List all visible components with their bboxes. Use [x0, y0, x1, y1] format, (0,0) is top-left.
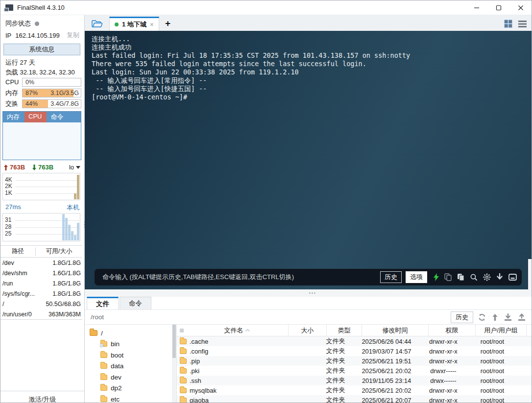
command-history-button[interactable]: 历史 — [380, 271, 402, 283]
layout-grid-icon[interactable] — [504, 20, 512, 28]
meter-row-CPU: CPU0% — [5, 77, 81, 87]
tree-item-root[interactable]: / — [90, 328, 172, 339]
file-mtime-cell: 2025/06/21 19:51 — [353, 357, 420, 365]
folder-icon — [180, 349, 187, 354]
command-input[interactable]: 命令输入 (按ALT键提示历史,TAB键路径,ESC键返回,双击CTRL切换) — [102, 273, 376, 282]
ping-host[interactable]: 本机 — [67, 203, 79, 212]
file-row[interactable]: .pki文件夹2025/06/21 20:02drwxr-----root/ro… — [177, 366, 532, 376]
tree-item-label: bin — [111, 340, 120, 348]
file-row[interactable]: .ssh文件夹2019/11/05 23:14drwx------root/ro… — [177, 376, 532, 385]
column-header-c-type[interactable]: 类型 — [327, 325, 362, 336]
disk-col-path[interactable]: 路径 — [0, 247, 36, 256]
tree-scrollbar[interactable] — [172, 325, 176, 403]
disk-row[interactable]: /dev1.8G/1.8G — [0, 258, 82, 268]
upload-arrow-icon — [3, 165, 8, 170]
folder-icon — [100, 385, 107, 391]
tree-item-boot[interactable]: boot — [90, 350, 172, 361]
tree-item-label: etc — [111, 396, 120, 403]
column-header-c-owner[interactable]: 用户/用户组 — [476, 325, 527, 336]
upload-rate: 763B — [10, 164, 25, 171]
terminal-scrollbar[interactable] — [528, 259, 532, 289]
disk-row[interactable]: /50.5G/68.8G — [0, 299, 82, 309]
tree-item-etc[interactable]: etc — [90, 394, 172, 403]
open-connections-icon[interactable] — [92, 20, 102, 28]
file-row[interactable]: .cache文件夹2025/06/26 04:44drwxr-xr-xroot/… — [177, 336, 532, 346]
file-owner-cell: root/root — [467, 387, 518, 394]
copy-ip-button[interactable]: 复制 — [67, 31, 79, 40]
interface-name: lo — [69, 164, 74, 171]
panel-splitter[interactable] — [85, 289, 532, 297]
chart-bar — [71, 231, 73, 240]
disk-row[interactable]: /run1.8G/1.8G — [0, 278, 82, 288]
session-tab-close-icon[interactable]: × — [150, 21, 154, 28]
file-perm-cell: drwxr-xr-x — [420, 387, 467, 394]
tree-item-bin[interactable]: ↗bin — [90, 339, 172, 350]
paste-icon[interactable] — [457, 273, 464, 281]
tab-files[interactable]: 文件 — [87, 297, 119, 309]
new-tab-button[interactable]: + — [165, 18, 170, 29]
file-name: .cache — [190, 338, 208, 345]
session-tab[interactable]: 1 地下城 × — [109, 17, 159, 31]
disk-row[interactable]: /run/user/0363M/363M — [0, 309, 82, 319]
disk-table-header[interactable]: 路径 可用/大小 — [0, 246, 82, 258]
file-owner-cell: root/root — [467, 338, 518, 345]
system-info-button[interactable]: 系统信息 — [3, 44, 80, 55]
tree-item-dp2[interactable]: dp2 — [90, 383, 172, 394]
folder-icon: ↗ — [100, 341, 107, 347]
process-tab-命令[interactable]: 命令 — [47, 112, 68, 122]
scroll-down-icon[interactable] — [496, 273, 503, 281]
column-header-c-perm[interactable]: 权限 — [429, 325, 476, 336]
tab-commands[interactable]: 命令 — [120, 297, 151, 309]
splitter-handle[interactable] — [309, 292, 315, 294]
tree-scrollbar-thumb[interactable] — [172, 325, 176, 358]
disk-col-size[interactable]: 可用/大小 — [36, 247, 82, 256]
file-row[interactable]: .config文件夹2019/03/07 14:57drwxr-xr-xroot… — [177, 346, 532, 356]
process-panel: 内存CPU命令 — [2, 111, 81, 160]
copy-icon[interactable] — [444, 273, 452, 281]
interface-selector[interactable]: lo — [69, 164, 80, 171]
file-row[interactable]: mysqlbak文件夹2025/06/21 20:02drwxr-xr-xroo… — [177, 385, 532, 395]
disk-row[interactable]: /dev/shm1.6G/1.8G — [0, 268, 82, 278]
column-header-c-size[interactable]: 大小 — [289, 325, 327, 336]
file-row[interactable]: qiaoba文件夹2025/06/21 20:07drwxr-xr-xroot/… — [177, 395, 532, 403]
activate-upgrade-link[interactable]: 激活/升级 — [0, 391, 84, 403]
command-options-button[interactable]: 选项 — [406, 271, 427, 283]
file-row[interactable]: .pip文件夹2025/06/21 19:51drwxr-xr-xroot/ro… — [177, 356, 532, 366]
upload-icon[interactable] — [518, 313, 526, 321]
close-button[interactable] — [509, 0, 532, 15]
process-tab-内存[interactable]: 内存 — [3, 112, 24, 122]
settings-gear-icon[interactable] — [483, 273, 491, 281]
tree-item-label: boot — [111, 352, 123, 359]
command-input-bar: 命令输入 (按ALT键提示历史,TAB键路径,ESC键返回,双击CTRL切换) … — [95, 269, 522, 285]
tick-label: 4K — [5, 176, 12, 183]
disk-row[interactable]: /sys/fs/cgr...1.8G/1.8G — [0, 288, 82, 299]
file-perm-cell: drwx------ — [420, 377, 467, 384]
minimize-button[interactable] — [465, 0, 487, 15]
window-mode-icon[interactable] — [508, 274, 517, 281]
maximize-button[interactable] — [487, 0, 509, 15]
file-mtime-cell: 2025/06/21 20:07 — [353, 397, 420, 403]
lightning-icon[interactable] — [434, 273, 439, 281]
column-header-c-mtime[interactable]: 修改时间 — [362, 325, 429, 336]
column-header-c-name[interactable]: 文件名 — [186, 325, 289, 336]
gridline — [16, 187, 79, 187]
meter-bar: 87%3.1G/3.5G — [22, 89, 81, 97]
terminal-output: 连接主机... 连接主机成功 Last failed login: Fri Ju… — [92, 35, 410, 101]
refresh-icon[interactable] — [478, 313, 486, 321]
tree-item-dev[interactable]: dev — [90, 372, 172, 383]
meter-percent: 87% — [25, 90, 38, 96]
tree-item-data[interactable]: data — [90, 361, 172, 372]
terminal-area[interactable]: 连接主机... 连接主机成功 Last failed login: Fri Ju… — [85, 31, 532, 289]
path-history-button[interactable]: 历史 — [451, 311, 473, 323]
download-icon[interactable] — [504, 313, 512, 321]
process-tab-CPU[interactable]: CPU — [24, 112, 47, 122]
search-icon[interactable] — [470, 273, 478, 281]
disk-size: 50.5G/68.8G — [39, 301, 82, 308]
select-all-box[interactable] — [180, 329, 184, 332]
menu-icon[interactable] — [518, 21, 527, 27]
path-input[interactable]: /root — [91, 313, 451, 321]
process-list[interactable] — [3, 122, 81, 160]
chart-bar — [65, 218, 68, 240]
parent-dir-icon[interactable] — [492, 313, 498, 321]
file-mtime-cell: 2019/11/05 23:14 — [353, 377, 420, 384]
